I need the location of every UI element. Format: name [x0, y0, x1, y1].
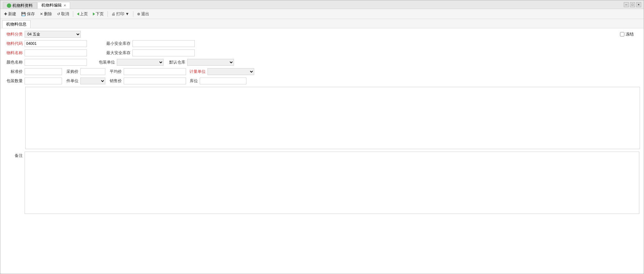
- sale-price-input[interactable]: [124, 78, 186, 84]
- std-price-label: 标准价: [4, 69, 23, 74]
- save-label: 保存: [27, 11, 35, 17]
- piece-unit-select[interactable]: [80, 78, 105, 84]
- pack-unit-label: 包装单位: [96, 59, 115, 65]
- category-select[interactable]: 04 五金: [25, 31, 81, 38]
- max-stock-label: 最大安全库存: [106, 50, 131, 56]
- exit-icon: ⊗: [137, 12, 140, 16]
- print-dropdown-icon: ▼: [125, 12, 129, 16]
- row-pack-qty: 包装数量 件单位 销售价 库位: [4, 78, 640, 84]
- color-input[interactable]: [25, 59, 87, 66]
- window-controls: ─ □ ✕: [624, 2, 641, 7]
- name-input[interactable]: [25, 50, 87, 56]
- print-label: 打印: [116, 11, 124, 17]
- form-content: 物料分类 04 五金 冻结 物料代码 最小安全库存 物料名称 最大安全库存: [0, 28, 644, 274]
- toolbar-separator-1: [73, 11, 73, 17]
- exit-label: 退出: [141, 11, 149, 17]
- save-icon: 💾: [21, 12, 26, 16]
- cancel-label: 取消: [61, 11, 69, 17]
- exit-button[interactable]: ⊗ 退出: [135, 11, 151, 17]
- tab-material-edit[interactable]: 机物料编辑 ✕: [37, 2, 70, 9]
- toolbar-separator-2: [107, 11, 108, 17]
- panel-tab-info[interactable]: 机物料信息: [2, 20, 31, 28]
- color-label: 颜色名称: [4, 59, 23, 65]
- code-label: 物料代码: [4, 41, 23, 46]
- next-button[interactable]: 下页: [91, 11, 106, 17]
- next-label: 下页: [96, 11, 104, 17]
- next-icon: [93, 12, 95, 16]
- calc-unit-label: 计量单位: [188, 69, 206, 74]
- row-price: 标准价 采购价 平均价 计量单位: [4, 68, 640, 75]
- tab-icon-list: [7, 3, 11, 8]
- new-label: 新建: [8, 11, 16, 17]
- tab-label-list: 机物料资料: [12, 3, 33, 8]
- location-label: 库位: [188, 78, 198, 84]
- cancel-button[interactable]: ↺ 取消: [55, 11, 71, 17]
- freeze-checkbox[interactable]: [620, 32, 624, 36]
- avg-price-input[interactable]: [124, 68, 186, 75]
- title-tabs: 机物料资料 机物料编辑 ✕: [3, 0, 71, 9]
- delete-label: 删除: [44, 11, 52, 17]
- panel-tab-info-label: 机物料信息: [6, 22, 26, 26]
- title-bar: 机物料资料 机物料编辑 ✕ ─ □ ✕: [0, 0, 644, 9]
- pack-qty-input[interactable]: [25, 78, 62, 84]
- max-stock-input[interactable]: [132, 50, 195, 56]
- print-button[interactable]: 🖨 打印 ▼: [110, 11, 131, 17]
- prev-button[interactable]: 上页: [75, 11, 90, 17]
- data-grid-area: [25, 87, 640, 149]
- name-label: 物料名称: [4, 50, 23, 56]
- freeze-label: 冻结: [626, 31, 634, 37]
- minimize-button[interactable]: ─: [624, 2, 629, 7]
- code-input[interactable]: [25, 40, 87, 47]
- row-color: 颜色名称 包装单位 默认仓库: [4, 59, 640, 66]
- default-warehouse-select[interactable]: [187, 59, 234, 66]
- prev-label: 上页: [80, 11, 88, 17]
- tab-label-edit: 机物料编辑: [41, 2, 62, 8]
- row-name: 物料名称 最大安全库存: [4, 50, 640, 56]
- tab-close-icon[interactable]: ✕: [64, 4, 66, 7]
- prev-icon: [77, 12, 79, 16]
- toolbar-separator-3: [133, 11, 133, 17]
- default-warehouse-label: 默认仓库: [167, 59, 185, 65]
- delete-button[interactable]: ✕ 删除: [38, 11, 54, 17]
- calc-unit-select[interactable]: [208, 68, 254, 75]
- purchase-price-input[interactable]: [80, 68, 105, 75]
- notes-textarea[interactable]: [25, 152, 639, 214]
- toolbar: ✚ 新建 💾 保存 ✕ 删除 ↺ 取消 上页 下页 🖨 打印 ▼: [0, 9, 644, 19]
- new-button[interactable]: ✚ 新建: [2, 11, 18, 17]
- notes-section: 备注: [4, 152, 640, 214]
- sale-price-label: 销售价: [108, 78, 122, 84]
- pack-qty-label: 包装数量: [4, 78, 23, 84]
- print-icon: 🖨: [112, 12, 115, 16]
- save-button[interactable]: 💾 保存: [19, 11, 37, 17]
- close-button[interactable]: ✕: [636, 2, 641, 7]
- tab-material-list[interactable]: 机物料资料: [3, 2, 37, 9]
- avg-price-label: 平均价: [108, 69, 122, 74]
- delete-icon: ✕: [40, 12, 43, 16]
- maximize-button[interactable]: □: [630, 2, 635, 7]
- freeze-group: 冻结: [620, 31, 634, 37]
- row-category: 物料分类 04 五金 冻结: [4, 31, 640, 38]
- purchase-price-label: 采购价: [64, 69, 79, 74]
- new-icon: ✚: [4, 12, 7, 16]
- main-window: 机物料资料 机物料编辑 ✕ ─ □ ✕ ✚ 新建 💾 保存 ✕ 删除 ↺: [0, 0, 644, 274]
- panel-tabs: 机物料信息: [0, 19, 644, 28]
- notes-label: 备注: [4, 152, 23, 214]
- min-stock-input[interactable]: [132, 40, 195, 47]
- piece-unit-label: 件单位: [64, 78, 79, 84]
- cancel-icon: ↺: [57, 12, 60, 16]
- row-code: 物料代码 最小安全库存: [4, 40, 640, 47]
- std-price-input[interactable]: [25, 68, 62, 75]
- min-stock-label: 最小安全库存: [106, 41, 131, 46]
- category-label: 物料分类: [4, 31, 23, 37]
- pack-unit-select[interactable]: [117, 59, 164, 66]
- location-input[interactable]: [200, 78, 246, 84]
